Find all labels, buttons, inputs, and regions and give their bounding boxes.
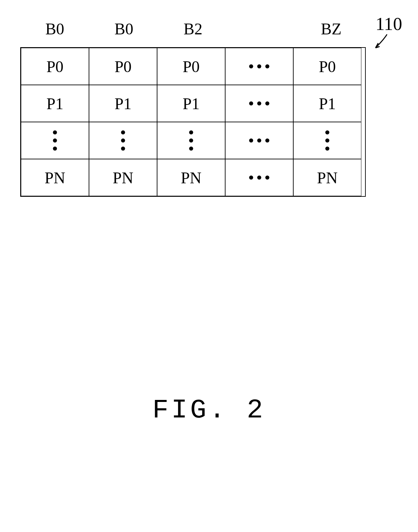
col-header-b0b: B0 [89, 17, 158, 40]
cell-p0: P0 [157, 48, 225, 85]
cell-hdots [225, 159, 293, 196]
reference-numeral: 110 [376, 13, 402, 34]
cell-pn: PN [157, 159, 225, 196]
cell-hdots [225, 122, 293, 159]
memory-grid: P0 P0 P0 P0 P1 P1 P1 P1 [20, 47, 366, 197]
ellipsis-h-icon [249, 101, 269, 105]
figure-page: B0 B0 B2 BZ P0 P0 P0 P0 P1 P1 P1 [0, 0, 418, 532]
cell-vdots [293, 122, 361, 159]
cell-hdots [225, 85, 293, 122]
ellipsis-h-icon [249, 64, 269, 68]
figure-caption: FIG. 2 [0, 395, 418, 426]
cell-p1: P1 [21, 85, 89, 122]
cell-p0: P0 [21, 48, 89, 85]
cell-pn: PN [89, 159, 157, 196]
cell-p1: P1 [293, 85, 361, 122]
ellipsis-v-icon [325, 130, 329, 151]
table-row: P0 P0 P0 P0 [21, 48, 365, 85]
memory-block-diagram: B0 B0 B2 BZ P0 P0 P0 P0 P1 P1 P1 [20, 17, 366, 197]
cell-p0: P0 [293, 48, 361, 85]
column-headers: B0 B0 B2 BZ [20, 17, 366, 40]
cell-vdots [157, 122, 225, 159]
cell-p0: P0 [89, 48, 157, 85]
cell-hdots [225, 48, 293, 85]
cell-vdots [89, 122, 157, 159]
col-header-b2: B2 [158, 17, 228, 40]
col-header-b0: B0 [20, 17, 89, 40]
cell-p1: P1 [89, 85, 157, 122]
ellipsis-h-icon [249, 176, 269, 180]
ellipsis-v-icon [53, 130, 57, 151]
ellipsis-h-icon [249, 138, 269, 143]
leader-arrow-icon [371, 33, 391, 53]
table-row [21, 122, 365, 159]
cell-p1: P1 [157, 85, 225, 122]
cell-pn: PN [293, 159, 361, 196]
table-row: P1 P1 P1 P1 [21, 85, 365, 122]
table-row: PN PN PN PN [21, 159, 365, 196]
ellipsis-v-icon [189, 130, 193, 151]
col-header-ellipsis [228, 17, 297, 40]
cell-vdots [21, 122, 89, 159]
col-header-bz: BZ [297, 17, 366, 40]
ellipsis-v-icon [121, 130, 125, 151]
cell-pn: PN [21, 159, 89, 196]
